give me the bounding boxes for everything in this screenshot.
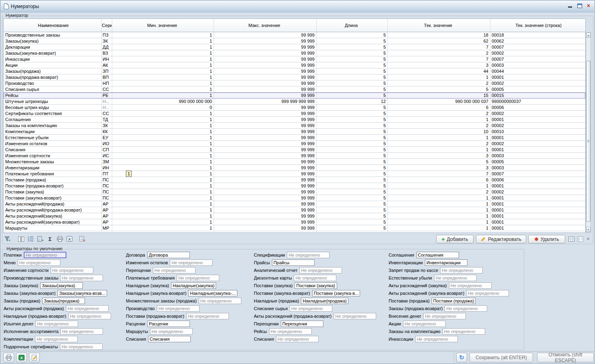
refresh-icon[interactable]: ↻ <box>456 353 467 362</box>
default-numerator-input[interactable]: Заказы(закупка) <box>40 282 83 289</box>
save-button[interactable]: Сохранить (alt ENTER) <box>469 353 533 362</box>
table-row[interactable]: СписанияСП199 9995100001 <box>4 147 585 153</box>
default-numerator-input[interactable]: Не определено <box>150 328 193 335</box>
default-numerator-input[interactable]: Не определено <box>199 298 241 304</box>
panel-close-icon[interactable]: × <box>585 236 592 242</box>
table-row[interactable]: Акты расхождений(продажа)АР199 999510000… <box>4 201 585 207</box>
column-header[interactable]: Длина <box>317 19 388 32</box>
table-row[interactable]: Платежные требованияПТ199 9995700007 <box>4 171 585 177</box>
default-numerator-input[interactable]: Не определено <box>157 305 200 312</box>
table-row[interactable]: КомплектацииКК199 99951000010 <box>4 129 585 135</box>
table-row[interactable]: РейсыРЕ199 99951500015 <box>4 93 585 99</box>
table-row[interactable]: АкцииАК199 9995300003 <box>4 62 585 68</box>
table-row[interactable]: ПроизводствоНП199 9995200002 <box>4 80 585 86</box>
table-row[interactable]: ИнвентаризацииИН199 9995300003 <box>4 165 585 171</box>
table-row[interactable]: РасценкиРС199 9995 <box>4 231 585 232</box>
default-numerator-input[interactable]: Не определено <box>177 275 219 281</box>
default-numerator-input[interactable]: Не определено <box>60 343 103 350</box>
export-excel-icon[interactable]: X <box>66 236 73 243</box>
table-row[interactable]: Поставки (продажа-возврат)ПС199 99951000… <box>4 183 585 189</box>
column-header[interactable]: Тек. значение (строка) <box>490 19 585 32</box>
default-numerator-input[interactable]: Заказы(закупка-возв... <box>58 290 107 296</box>
table-row[interactable]: Сертификаты соответствияСС199 9995200002 <box>4 111 585 117</box>
default-numerator-input[interactable]: Не определено <box>466 290 509 296</box>
default-numerator-input[interactable]: Накладные(закупка) <box>171 282 216 289</box>
table-row[interactable]: Акты расхождений(продажа-возврат)АР199 9… <box>4 207 585 213</box>
sum-icon[interactable]: Σ <box>46 236 54 243</box>
default-numerator-input[interactable]: Не определено <box>18 259 60 266</box>
default-numerator-input[interactable]: Не определено <box>287 252 329 258</box>
grid-view-icon[interactable] <box>568 236 575 242</box>
column-chooser-icon[interactable] <box>17 236 25 243</box>
default-numerator-input[interactable]: Соглашения <box>416 252 459 258</box>
table-row[interactable]: Заказы(закупка-возврат)ВЗ199 9995200002 <box>4 50 585 56</box>
default-numerator-input[interactable]: Не определено <box>51 267 93 274</box>
scroll-thumb[interactable] <box>586 61 591 222</box>
default-numerator-input[interactable]: Не определено <box>186 313 229 319</box>
default-numerator-input[interactable]: Не определено <box>434 275 477 281</box>
default-numerator-input[interactable]: Списания <box>148 336 191 342</box>
default-numerator-input[interactable]: Поставки (закупка-в... <box>312 290 360 296</box>
minimize-button[interactable] <box>568 4 572 8</box>
remove-table-icon[interactable]: × <box>79 236 86 243</box>
table-row[interactable]: Штучные штрихкодыН...990 000 000 000999 … <box>4 99 585 105</box>
export-excel-button[interactable]: X <box>16 353 27 362</box>
default-numerator-input[interactable]: Не определено <box>68 313 111 319</box>
default-numerator-input[interactable]: Не определено <box>440 267 483 274</box>
numbered-list-icon[interactable]: 123 <box>27 236 35 243</box>
default-numerator-input[interactable]: Не определено <box>334 313 376 319</box>
scroll-up-arrow[interactable]: ▲ <box>586 33 591 38</box>
table-row[interactable]: Весовые штрих-кодыН...099 9995600006 <box>4 105 585 111</box>
default-numerator-input[interactable]: Не определено <box>35 336 78 342</box>
column-header[interactable]: Тек. значение <box>388 19 490 32</box>
add-button[interactable]: + Добавить <box>436 235 474 243</box>
table-row[interactable]: МаршрутыМР199 9995100001 <box>4 225 585 231</box>
card-view-icon[interactable] <box>576 236 584 242</box>
table-row[interactable]: Множественные заказыЗМ199 9995500005 <box>4 159 585 165</box>
default-numerator-input[interactable]: Заказы(продажа) <box>42 298 85 304</box>
table-row[interactable]: Поставки (продажа)ПС199 9995600006 <box>4 177 585 183</box>
table-row[interactable]: Поставки (закупка)ПС199 9995200002 <box>4 189 585 195</box>
default-numerator-input[interactable]: Не определено <box>423 313 466 319</box>
column-header[interactable]: Сери <box>102 19 112 32</box>
table-row[interactable]: Списания сырьяСС199 9995500005 <box>4 86 585 93</box>
table-row[interactable]: Естественные убылиЕУ199 9995100001 <box>4 135 585 141</box>
default-numerator-input[interactable]: Прайсы <box>272 259 315 266</box>
column-header[interactable]: Макс. значение <box>214 19 317 32</box>
print-button[interactable] <box>3 353 14 362</box>
close-button[interactable]: × <box>587 4 590 8</box>
default-numerator-input[interactable]: Не определено <box>153 267 196 274</box>
default-numerator-input[interactable]: Не определено <box>66 305 109 312</box>
print-icon[interactable] <box>56 236 64 243</box>
calculator-add-icon[interactable]: + <box>37 236 44 243</box>
default-numerator-input[interactable]: Поставки (продажа) <box>432 298 476 304</box>
table-row[interactable]: Заказы(продажа)ЗП199 99954400044 <box>4 68 585 74</box>
default-numerator-input[interactable]: Накладные(продажа) <box>301 298 348 304</box>
maximize-button[interactable] <box>577 4 582 8</box>
table-row[interactable]: Акты расхождений(закупка)АР199 999510000… <box>4 213 585 219</box>
table-row[interactable]: ДекларацииДД199 9995700007 <box>4 44 585 50</box>
vertical-scrollbar[interactable]: ▲ ▼ <box>586 32 591 232</box>
default-numerator-input[interactable]: Не определено <box>290 305 332 312</box>
edit-form-button[interactable] <box>29 353 40 362</box>
filter-add-icon[interactable]: + <box>4 236 11 243</box>
default-numerator-input[interactable]: Не определено <box>445 305 487 312</box>
cancel-button[interactable]: Отменить (shift ESCAPE) <box>537 353 594 362</box>
column-header[interactable]: Мин. значение <box>112 19 214 32</box>
table-row[interactable]: Изменения сортностиИС199 9995300003 <box>4 153 585 159</box>
table-row[interactable]: Производственные заказыПЗ199 99951800018 <box>4 32 585 38</box>
default-numerator-input[interactable]: Не определено <box>60 275 103 281</box>
delete-button[interactable]: ✱ Удалить <box>528 235 565 243</box>
table-row[interactable]: ИнкассацииИН199 9995700007 <box>4 56 585 62</box>
default-numerator-input[interactable]: Не определено <box>415 336 458 342</box>
default-numerator-input[interactable]: Не определено <box>170 259 212 266</box>
default-numerator-input[interactable]: Не определено <box>449 282 492 289</box>
table-row[interactable]: Заказы(продажа-возврат)ВП199 9995100001 <box>4 74 585 80</box>
scroll-down-arrow[interactable]: ▼ <box>586 227 591 232</box>
default-numerator-input[interactable]: Не определено <box>60 328 103 335</box>
table-row[interactable]: Акты расхождений(закупка-возврат)АР199 9… <box>4 219 585 225</box>
default-numerator-input[interactable]: Не определено <box>403 321 446 327</box>
default-numerator-input[interactable]: Не определено <box>269 328 312 335</box>
default-numerator-input[interactable]: Договора <box>147 252 190 258</box>
table-row[interactable]: Заказы(закупка)ЗК199 99956200062 <box>4 38 585 44</box>
